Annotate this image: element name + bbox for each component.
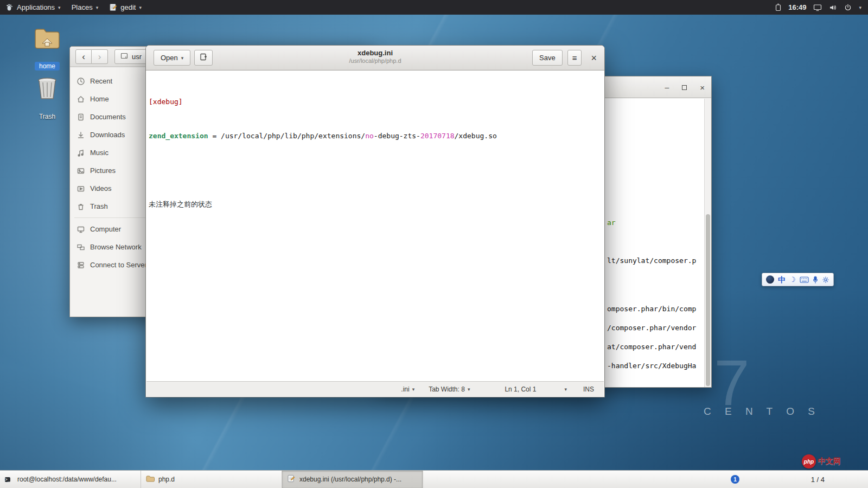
maximize-icon[interactable] (682, 85, 687, 90)
taskbar-item-phpd[interactable]: php.d (141, 471, 282, 488)
sidebar-label: Recent (90, 77, 112, 85)
terminal-line: omposer.phar/bin/comp (607, 305, 696, 313)
scrollbar-thumb[interactable] (706, 214, 710, 386)
chevron-down-icon: ▾ (468, 387, 470, 392)
ini-path: -debug-zts- (374, 132, 420, 140)
hamburger-menu-icon: ≡ (572, 53, 577, 62)
gedit-window: Open ▾ xdebug.ini /usr/local/php/php.d S… (145, 45, 605, 397)
ini-path: /usr/local/php/lib/php/extensions/ (221, 132, 365, 140)
folder-icon (146, 475, 155, 484)
file-manager-sidebar: Recent Home Documents Downloads Music (70, 68, 156, 317)
text-editor-area[interactable]: [xdebug] zend_extension = /usr/local/php… (146, 71, 604, 381)
chevron-down-icon: ▾ (96, 5, 99, 10)
terminal-scrollbar[interactable] (704, 99, 711, 387)
new-document-icon (199, 53, 208, 63)
sidebar-item-home[interactable]: Home (70, 90, 155, 108)
sidebar-item-computer[interactable]: Computer (70, 220, 155, 238)
sidebar-label: Browse Network (90, 243, 142, 251)
ini-section: [xdebug] (149, 98, 183, 106)
settings-gear-icon[interactable] (822, 276, 829, 284)
display-icon[interactable] (813, 4, 822, 11)
sidebar-item-recent[interactable]: Recent (70, 72, 155, 90)
code-comment: 未注释掉之前的状态 (149, 200, 212, 208)
music-note-icon (76, 149, 85, 157)
taskbar-item-gedit[interactable]: xdebug.ini (/usr/local/php/php.d) -... (282, 471, 423, 488)
back-button[interactable]: ‹ (75, 49, 92, 64)
server-icon (76, 261, 85, 269)
sidebar-item-trash[interactable]: Trash (70, 197, 155, 215)
ini-assign: = (208, 132, 221, 140)
chinese-mode-icon[interactable]: 中 (778, 276, 786, 284)
save-button[interactable]: Save (532, 50, 563, 66)
trash-icon (76, 202, 85, 211)
sidebar-label: Connect to Server (90, 261, 147, 269)
home-icon (76, 95, 85, 104)
site-watermark-name: 中文网 (818, 457, 841, 466)
fcitx-logo-icon[interactable] (766, 275, 774, 284)
app-menu-label: gedit (120, 3, 136, 11)
sidebar-item-videos[interactable]: Videos (70, 179, 155, 197)
sidebar-label: Downloads (90, 131, 125, 139)
tab-width-label: Tab Width: 8 (429, 386, 465, 393)
desktop-icon-trash[interactable]: Trash (30, 76, 64, 121)
terminal-icon: >_ (5, 475, 14, 484)
recent-icon (76, 77, 85, 86)
video-icon (76, 184, 85, 193)
chevron-left-icon: ‹ (82, 52, 85, 62)
close-icon[interactable]: × (700, 83, 705, 92)
network-icon (76, 243, 85, 252)
battery-icon (775, 3, 781, 11)
centos-brand-watermark: C E N T O S (704, 406, 820, 418)
sidebar-item-music[interactable]: Music (70, 144, 155, 162)
volume-icon[interactable] (829, 4, 837, 11)
taskbar-item-terminal[interactable]: >_ root@localhost:/data/www/defau... (0, 471, 141, 488)
cursor-position: Ln 1, Col 1 (505, 386, 536, 393)
places-menu[interactable]: Places ▾ (66, 0, 104, 15)
taskbar-item-label: xdebug.ini (/usr/local/php/php.d) -... (299, 476, 401, 483)
chevron-down-icon[interactable]: ▾ (564, 387, 567, 392)
keyboard-icon[interactable] (800, 277, 809, 283)
top-panel: Applications ▾ Places ▾ gedit ▾ 16:49 (0, 0, 868, 15)
notification-badge[interactable]: 1 (731, 475, 739, 484)
workspace-indicator[interactable]: 1 / 4 (811, 476, 825, 484)
tab-width-dropdown[interactable]: Tab Width: 8 ▾ (429, 386, 470, 393)
power-icon[interactable] (844, 4, 852, 11)
sidebar-item-browse-network[interactable]: Browse Network (70, 238, 155, 256)
close-icon[interactable]: × (591, 53, 597, 63)
desktop-icon-home[interactable]: home (30, 27, 64, 70)
chevron-down-icon: ▾ (139, 5, 142, 10)
gedit-headerbar[interactable]: Open ▾ xdebug.ini /usr/local/php/php.d S… (146, 46, 604, 70)
sidebar-label: Computer (90, 225, 121, 233)
ini-value: 20170718 (420, 132, 455, 140)
input-method-bar: 中 ☽ (762, 273, 834, 286)
gedit-app-icon (109, 3, 117, 11)
pathbar-segment-usr[interactable]: usr (114, 49, 148, 64)
clock[interactable]: 16:49 (788, 3, 806, 11)
desktop-icon-trash-label: Trash (39, 113, 55, 120)
minimize-icon[interactable]: – (665, 83, 669, 92)
sidebar-item-connect-to-server[interactable]: Connect to Server (70, 256, 155, 274)
sidebar-label: Documents (90, 113, 126, 121)
ini-key: zend_extension (149, 132, 208, 140)
app-menu-gedit[interactable]: gedit ▾ (104, 0, 147, 15)
sidebar-item-downloads[interactable]: Downloads (70, 126, 155, 144)
pathbar-label: usr (132, 53, 142, 61)
computer-icon (76, 225, 85, 234)
open-button[interactable]: Open ▾ (154, 50, 190, 66)
microphone-icon[interactable] (813, 276, 818, 284)
download-icon (76, 131, 85, 139)
forward-button[interactable]: › (92, 49, 108, 64)
sidebar-item-documents[interactable]: Documents (70, 108, 155, 126)
half-width-icon[interactable]: ☽ (789, 276, 796, 283)
sidebar-item-pictures[interactable]: Pictures (70, 162, 155, 179)
chevron-down-icon: ▾ (181, 55, 184, 61)
applications-menu[interactable]: Applications ▾ (0, 0, 66, 15)
new-document-button[interactable] (194, 50, 213, 66)
menu-button[interactable]: ≡ (567, 50, 582, 66)
gedit-icon (287, 474, 296, 484)
highlight-mode-dropdown[interactable]: .ini ▾ (401, 386, 414, 393)
desktop: 7 C E N T O S home Trash ‹ › (0, 0, 868, 488)
site-watermark: php 中文网 (802, 454, 841, 468)
chevron-down-icon: ▾ (412, 387, 415, 392)
open-button-label: Open (161, 54, 178, 62)
